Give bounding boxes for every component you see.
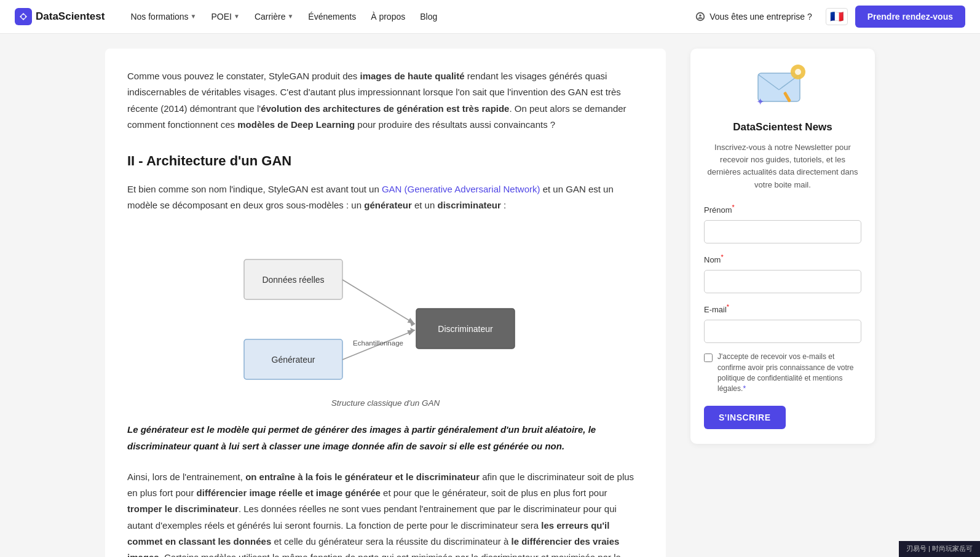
nom-group: Nom* [704, 252, 861, 293]
navbar: DataScientest Nos formations ▼ POEI ▼ Ca… [0, 0, 980, 34]
newsletter-desc: Inscrivez-vous à notre Newsletter pour r… [704, 141, 861, 191]
chevron-down-icon: ▼ [191, 12, 197, 22]
newsletter-icon: ✦ [755, 61, 810, 110]
logo[interactable]: DataScientest [15, 8, 105, 25]
enterprise-button[interactable]: Vous êtes une entreprise ? [689, 6, 818, 27]
nav-item-apropos[interactable]: À propos [365, 6, 411, 27]
subscribe-button[interactable]: S'INSCRIRE [704, 406, 786, 429]
consent-checkbox[interactable] [704, 354, 713, 362]
consent-label: J'accepte de recevoir vos e-mails et con… [717, 352, 861, 395]
newsletter-card: ✦ DataScientest News Inscrivez-vous à no… [690, 49, 875, 444]
svg-text:✦: ✦ [756, 97, 764, 107]
nom-label: Nom* [704, 252, 861, 267]
email-label: E-mail* [704, 302, 861, 317]
privacy-link[interactable]: * [743, 384, 746, 393]
gan-link[interactable]: GAN (Generative Adversarial Network) [382, 184, 540, 194]
svg-text:Echantillonnage: Echantillonnage [353, 339, 403, 347]
quote-block: Le générateur est le modèle qui permet d… [127, 422, 644, 454]
article-intro: Comme vous pouvez le constater, StyleGAN… [127, 68, 644, 133]
article-body-p2: Ainsi, lors de l'entrainement, on entraî… [127, 469, 644, 557]
diagram-caption: Structure classique d'un GAN [226, 397, 545, 410]
checkbox-row: J'accepte de recevoir vos e-mails et con… [704, 352, 861, 395]
enterprise-icon [695, 11, 706, 22]
prenom-input[interactable] [704, 220, 861, 243]
svg-text:Générateur: Générateur [272, 355, 315, 365]
nom-input[interactable] [704, 270, 861, 293]
prenom-group: Prénom* [704, 202, 861, 243]
email-group: E-mail* [704, 302, 861, 343]
svg-text:Données réelles: Données réelles [262, 275, 324, 285]
gan-diagram: Données réelles Générateur Discriminateu… [226, 229, 545, 389]
nav-item-poei[interactable]: POEI ▼ [205, 6, 246, 27]
email-input[interactable] [704, 320, 861, 343]
article-main: Comme vous pouvez le constater, StyleGAN… [105, 49, 666, 557]
section-heading: II - Architecture d'un GAN [127, 150, 644, 172]
svg-text:Discriminateur: Discriminateur [438, 324, 493, 334]
svg-line-8 [342, 280, 415, 324]
svg-point-1 [22, 15, 25, 18]
nav-menu: Nos formations ▼ POEI ▼ Carrière ▼ Événe… [124, 6, 689, 27]
watermark: 刃易号 | 时尚玩家岳可 [899, 541, 980, 557]
newsletter-title: DataScientest News [704, 119, 861, 135]
navbar-right: Vous êtes une entreprise ? 🇫🇷 Prendre re… [689, 6, 965, 28]
nav-item-carriere[interactable]: Carrière ▼ [248, 6, 299, 27]
nav-item-blog[interactable]: Blog [414, 6, 443, 27]
newsletter-icon-wrap: ✦ [704, 61, 861, 110]
article-body-p1: Et bien comme son nom l'indique, StyleGA… [127, 181, 644, 214]
logo-text: DataScientest [36, 8, 105, 25]
nav-item-evenements[interactable]: Événements [302, 6, 362, 27]
prenom-label: Prénom* [704, 202, 861, 217]
cta-button[interactable]: Prendre rendez-vous [855, 6, 965, 28]
nav-item-formations[interactable]: Nos formations ▼ [124, 6, 202, 27]
sidebar: ✦ DataScientest News Inscrivez-vous à no… [690, 49, 875, 557]
page-container: Comme vous pouvez le constater, StyleGAN… [90, 34, 890, 557]
logo-icon [15, 8, 32, 25]
chevron-down-icon: ▼ [287, 12, 293, 22]
svg-point-18 [795, 69, 801, 75]
chevron-down-icon: ▼ [234, 12, 240, 22]
language-flag-button[interactable]: 🇫🇷 [826, 8, 848, 25]
diagram-container: Données réelles Générateur Discriminateu… [226, 229, 545, 410]
